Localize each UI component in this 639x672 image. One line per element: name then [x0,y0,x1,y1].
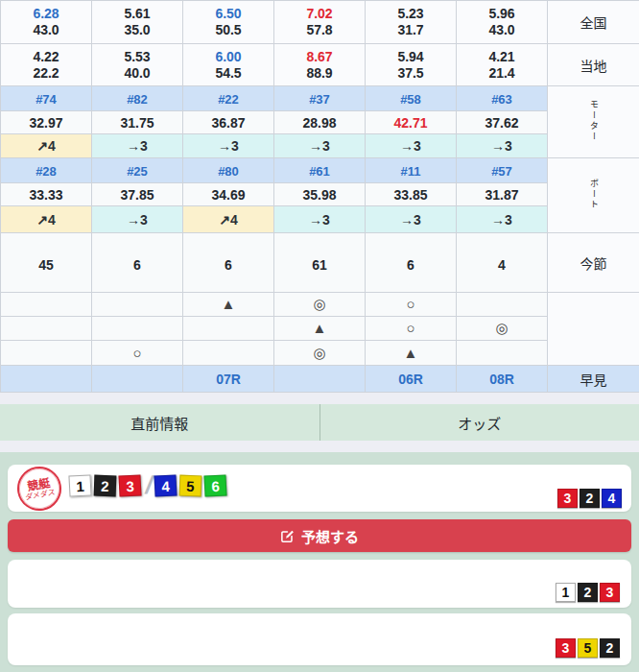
boat-trend-row: ↗4 →3 ↗4 →3 →3 →3 [1,206,639,233]
national-cell-1: 6.2843.0 [1,1,92,44]
prediction-section: 競艇 ダメダス 1 2 3 / 4 5 6 3 2 4 予想する 1 2 3 [0,452,639,672]
mark-cell: ▲ [274,317,366,341]
boat-number-badge: 2 [600,638,620,658]
national-cell-4: 7.0257.8 [274,1,366,44]
win-rate: 5.53 [92,49,182,65]
motor-trend-cell: →3 [183,134,274,158]
local-cell-5: 5.9437.5 [366,44,457,86]
quickview-cell[interactable]: 06R [366,366,457,393]
motor-number-row: #74 #82 #22 #37 #58 #63 モーター [1,86,639,111]
boat-rate-cell: 35.98 [274,183,366,206]
edit-icon [280,529,295,543]
motor-number-cell: #58 [366,86,457,111]
series-cell: 45 [1,233,92,293]
boat-number-box: 6 [204,474,227,496]
row-label-quickview: 早見 [548,366,639,393]
boat-number-box: 1 [68,474,91,496]
trend-arrow: →3 [400,212,421,228]
quickview-cell[interactable]: 07R [183,366,274,393]
motor-number-cell: #74 [1,86,92,111]
boat-number-badge: 3 [556,638,576,658]
trend-arrow: ↗4 [219,212,238,228]
trend-arrow: →3 [400,138,421,154]
trend-arrow: ↗4 [36,212,56,228]
motor-trend-cell: →3 [92,134,183,158]
marks-row-3: ○ ◎ ▲ [1,341,639,366]
boat-number-badge: 3 [557,489,578,508]
boat-trend-cell: →3 [366,206,457,233]
boat-number-box: 2 [94,474,117,496]
national-cell-2: 5.6135.0 [92,1,183,44]
marks-row-1: ▲ ◎ ○ [1,293,639,317]
mark-cell: ▲ [183,293,274,317]
motor-trend-cell: ↗4 [1,134,92,158]
spacer-middle [0,441,639,452]
race-link[interactable]: 06R [398,372,423,387]
place-rate: 35.0 [92,22,182,38]
trend-arrow: →3 [127,138,148,154]
mark-cell: ▲ [366,341,457,366]
boat-rate-cell: 37.85 [92,183,183,206]
place-rate: 40.0 [92,65,182,82]
win-rate: 5.96 [457,6,547,22]
quickview-cell[interactable]: 08R [457,366,548,393]
national-cell-5: 5.2331.7 [366,1,457,44]
boat-number-badge: 2 [578,583,598,602]
motor-number-cell: #82 [92,86,183,111]
place-rate: 31.7 [366,22,456,38]
boat-number-cell: #61 [274,158,366,183]
damedasu-stamp-logo: 競艇 ダメダス [13,463,64,514]
boat-number-cell: #25 [92,158,183,183]
boat-rate-cell: 33.33 [1,183,92,206]
mark-cell [1,341,92,366]
series-cell: 61 [274,233,366,293]
predict-button[interactable]: 予想する [8,519,631,552]
place-rate: 88.9 [274,65,365,82]
mark-cell [92,293,183,317]
quickview-cell [274,366,366,393]
spacer-top [0,393,639,404]
tab-last-minute-info[interactable]: 直前情報 [0,404,320,441]
race-link[interactable]: 07R [216,372,241,387]
motor-rate-cell: 37.62 [457,111,548,134]
motor-trend-cell: →3 [366,134,457,158]
local-cell-6: 4.2121.4 [457,44,548,86]
boat-number-box: 3 [118,474,141,496]
trifecta-badges: 1 2 3 [554,583,620,602]
trend-arrow: →3 [309,212,330,228]
series-cell: 6 [183,233,274,293]
motor-rate-cell: 32.97 [1,111,92,134]
boat-number-row: #28 #25 #80 #61 #11 #57 ボート [1,158,639,183]
result-panel-2: 3 5 2 [8,613,631,665]
boat-number-badge: 4 [602,489,622,508]
boat-number-badge: 3 [600,583,620,602]
mark-cell [183,317,274,341]
row-label-marks [548,293,639,366]
tab-odds[interactable]: オッズ [320,404,639,441]
boat-number-cell: #57 [457,158,548,183]
boat-number-cell: #80 [183,158,274,183]
boat-trend-cell: →3 [274,206,366,233]
marks-row-2: ▲ ○ ◎ [1,317,639,341]
win-rate: 7.02 [274,6,365,22]
national-row: 6.2843.0 5.6135.0 6.5050.5 7.0257.8 5.23… [1,1,639,44]
trend-arrow: →3 [309,138,330,154]
series-cell: 6 [366,233,457,293]
trend-arrow: →3 [127,212,148,228]
trend-arrow: →3 [491,212,512,228]
trifecta-badges: 3 2 4 [556,489,622,508]
place-rate: 43.0 [1,22,91,38]
race-link[interactable]: 08R [489,372,514,387]
place-rate: 37.5 [366,65,456,82]
win-rate: 5.23 [366,6,456,22]
place-rate: 21.4 [457,65,547,82]
mark-cell [457,293,548,317]
quickview-row: 07R 06R 08R 早見 [1,366,639,393]
motor-trend-row: ↗4 →3 →3 →3 →3 →3 [1,134,639,158]
boat-number-box: 5 [179,474,202,496]
motor-number-cell: #37 [274,86,366,111]
boat-number-badge: 1 [556,583,576,602]
local-cell-4: 8.6788.9 [274,44,366,86]
boat-number-badge: 2 [580,489,600,508]
row-label-national: 全国 [548,1,639,44]
